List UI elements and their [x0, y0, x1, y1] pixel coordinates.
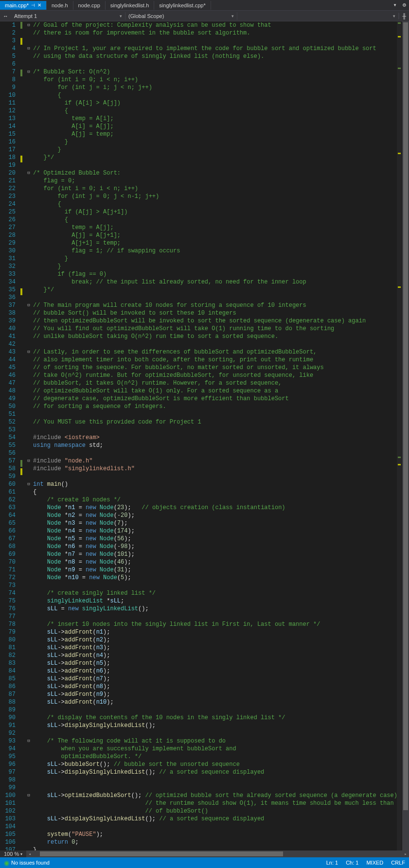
fold-toggle [24, 589, 33, 597]
fold-toggle [24, 846, 33, 850]
chevron-down-icon: ▾ [120, 14, 122, 18]
change-marker-column [20, 21, 24, 850]
tab-node-h[interactable]: node.h [47, 1, 73, 10]
nav-back-icon[interactable]: ↔ [0, 13, 11, 19]
issues-status[interactable]: ◉ No issues found [0, 857, 53, 868]
fold-toggle[interactable]: ⊟ [24, 169, 33, 177]
fold-toggle [24, 558, 33, 566]
fold-toggle [24, 442, 33, 449]
fold-toggle [24, 566, 33, 574]
fold-toggle [24, 387, 33, 395]
fold-toggle [24, 659, 33, 667]
fold-toggle [24, 527, 33, 535]
gear-icon[interactable]: ⚙ [400, 1, 409, 9]
fold-toggle [24, 597, 33, 605]
fold-toggle [24, 823, 33, 831]
fold-toggle[interactable]: ⊟ [24, 480, 33, 488]
horizontal-scrollbar[interactable] [33, 850, 402, 857]
check-icon: ◉ [4, 859, 9, 867]
vertical-scrollbar[interactable] [402, 21, 409, 850]
fold-toggle [24, 224, 33, 231]
nav-bar: ↔ Attempt 1 ▾ (Global Scope) ▾ ▾ ╫ [0, 11, 409, 21]
fold-toggle[interactable]: ⊟ [24, 737, 33, 745]
split-window-icon[interactable]: ╫ [399, 13, 409, 19]
fold-toggle[interactable]: ⊟ [24, 68, 33, 76]
fold-toggle [24, 340, 33, 348]
fold-toggle [24, 37, 33, 45]
fold-toggle [24, 504, 33, 512]
fold-toggle [24, 745, 33, 753]
scroll-right-icon[interactable]: ▸ [402, 851, 409, 857]
fold-toggle [24, 161, 33, 169]
fold-toggle [24, 722, 33, 729]
fold-toggle [24, 130, 33, 138]
fold-toggle [24, 465, 33, 473]
fold-toggle [24, 768, 33, 776]
fold-toggle [24, 60, 33, 68]
fold-toggle [24, 84, 33, 91]
editor[interactable]: 1234567891011121314151617181920212223242… [0, 21, 409, 850]
fold-toggle [24, 154, 33, 161]
scroll-left-icon[interactable]: ◂ [26, 851, 33, 857]
fold-toggle [24, 496, 33, 504]
fold-toggle [24, 403, 33, 410]
fold-toggle [24, 620, 33, 628]
mode-indicator[interactable]: MIXED [362, 857, 387, 868]
member-dropdown[interactable]: ▾ [237, 13, 399, 19]
fold-toggle[interactable]: ⊟ [24, 21, 33, 29]
dropdown-icon[interactable]: ▾ [391, 1, 400, 9]
fold-toggle [24, 231, 33, 239]
fold-toggle [24, 683, 33, 691]
fold-toggle [24, 691, 33, 698]
fold-toggle [24, 193, 33, 200]
tab-sll-h[interactable]: singlylinkedlist.h [106, 1, 154, 10]
fold-toggle [24, 76, 33, 84]
fold-toggle [24, 605, 33, 613]
project-dropdown[interactable]: Attempt 1 ▾ [11, 12, 125, 20]
scrollbar-thumb[interactable] [403, 22, 408, 810]
fold-toggle[interactable]: ⊟ [24, 457, 33, 465]
fold-toggle [24, 706, 33, 714]
fold-toggle [24, 519, 33, 527]
fold-toggle [24, 512, 33, 519]
overview-ruler[interactable] [397, 21, 402, 850]
tab-sll-cpp[interactable]: singlylinkedlist.cpp* [154, 1, 211, 10]
tab-main-cpp[interactable]: main.cpp* ⊣ ✕ [0, 1, 47, 10]
fold-toggle [24, 698, 33, 706]
char-indicator[interactable]: Ch: 1 [342, 857, 362, 868]
fold-toggle[interactable]: ⊟ [24, 348, 33, 356]
fold-toggle [24, 535, 33, 543]
code-area[interactable]: // Goal of the project: Complexity analy… [33, 21, 409, 850]
fold-toggle[interactable]: ⊟ [24, 301, 33, 309]
fold-toggle [24, 488, 33, 496]
fold-toggle [24, 636, 33, 644]
fold-toggle [24, 325, 33, 333]
chevron-down-icon: ▾ [231, 14, 234, 18]
tab-node-cpp[interactable]: node.cpp [73, 1, 106, 10]
fold-toggle [24, 333, 33, 340]
fold-toggle [24, 278, 33, 286]
fold-toggle [24, 309, 33, 317]
fold-toggle [24, 831, 33, 838]
fold-toggle [24, 372, 33, 379]
fold-toggle [24, 91, 33, 99]
scrollbar-thumb[interactable] [40, 851, 283, 856]
close-icon[interactable]: ✕ [37, 2, 41, 8]
fold-toggle [24, 200, 33, 208]
fold-toggle [24, 146, 33, 154]
fold-toggle [24, 426, 33, 434]
chevron-down-icon: ▾ [393, 14, 395, 18]
eol-indicator[interactable]: CRLF [387, 857, 409, 868]
tab-bar: main.cpp* ⊣ ✕ node.h node.cpp singlylink… [0, 0, 409, 11]
scope-dropdown[interactable]: (Global Scope) ▾ [125, 12, 237, 20]
zoom-level[interactable]: 100 % ▾ [0, 850, 26, 857]
fold-toggle [24, 177, 33, 185]
fold-toggle [24, 807, 33, 815]
fold-toggle[interactable]: ⊟ [24, 792, 33, 799]
tab-label: main.cpp* [5, 2, 29, 8]
fold-toggle[interactable]: ⊟ [24, 45, 33, 53]
pin-icon[interactable]: ⊣ [31, 3, 35, 8]
line-indicator[interactable]: Ln: 1 [322, 857, 342, 868]
fold-toggle [24, 286, 33, 294]
fold-toggle [24, 449, 33, 457]
